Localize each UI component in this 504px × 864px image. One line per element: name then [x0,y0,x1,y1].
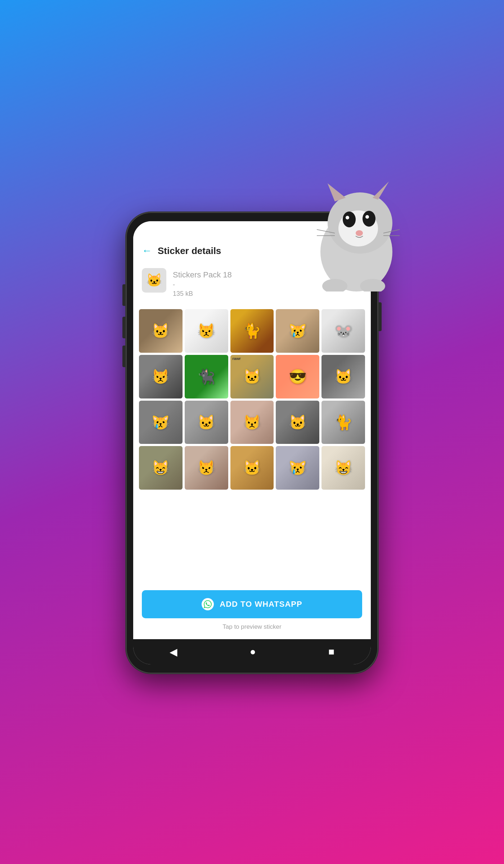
status-bar: ▲ 📶 🔋 [133,221,371,234]
pack-details: Stickers Pack 18 - 135 kB [173,268,232,298]
pack-name: Stickers Pack 18 [173,270,232,280]
sticker-cell[interactable]: 😿 [276,309,319,353]
sticker-cell[interactable]: 🐈 [321,401,365,444]
sticker-cell[interactable]: 🐱 [276,401,319,444]
nav-back-button[interactable]: ◀ [170,646,177,658]
phone-wrapper: ▲ 📶 🔋 ← Sticker details 🐱 Stickers Pack … [126,212,378,673]
nav-recents-button[interactable]: ■ [328,646,334,658]
sticker-cell[interactable]: 🐱 [321,355,365,398]
sticker-cell[interactable]: 😾 [185,446,228,490]
sticker-cell[interactable]: 😾 [139,355,183,398]
rawr-label: rawr [233,356,241,361]
phone-screen: ▲ 📶 🔋 ← Sticker details 🐱 Stickers Pack … [133,221,371,664]
sticker-cell[interactable]: 🐈‍⬛ [185,355,228,398]
pack-info: 🐱 Stickers Pack 18 - 135 kB [133,262,371,305]
svg-line-16 [383,230,400,233]
sticker-grid: 🐱 😾 🐈 😿 🐭 😾 [139,309,365,490]
sticker-cell[interactable]: 🐱 [185,401,228,444]
signal-icons: ▲ 📶 🔋 [343,225,362,231]
whatsapp-icon [202,598,214,610]
nav-bar: ◀ ● ■ [133,639,371,664]
svg-marker-3 [328,183,346,201]
screen-content: ▲ 📶 🔋 ← Sticker details 🐱 Stickers Pack … [133,221,371,664]
top-bar: ← Sticker details [133,234,371,262]
svg-marker-5 [373,182,389,200]
sticker-cell[interactable]: 😿 [139,401,183,444]
sticker-cell[interactable]: 😾 [185,309,228,353]
bottom-section: ADD TO WHATSAPP Tap to preview sticker [133,583,371,639]
sticker-grid-container: 🐱 😾 🐈 😿 🐭 😾 [133,305,371,583]
pack-icon: 🐱 [142,268,166,293]
pack-dash: - [173,281,232,289]
add-to-whatsapp-button[interactable]: ADD TO WHATSAPP [142,590,362,618]
sticker-cell[interactable]: 🐱 [139,309,183,353]
sticker-cell[interactable]: 😸 [321,446,365,490]
sticker-cell[interactable]: 😾 [230,401,274,444]
back-button[interactable]: ← [142,245,152,257]
pack-icon-emoji: 🐱 [146,273,162,288]
sticker-cell[interactable]: 😸 [139,446,183,490]
preview-hint: Tap to preview sticker [142,623,362,631]
sticker-cell[interactable]: 😿 [276,446,319,490]
sticker-cell[interactable]: 🐱 [230,446,274,490]
sticker-cell[interactable]: 🐭 [321,309,365,353]
svg-marker-4 [373,182,389,200]
svg-marker-2 [328,183,346,201]
add-button-label: ADD TO WHATSAPP [220,600,302,609]
sticker-cell[interactable]: 🐈 [230,309,274,353]
sticker-cell[interactable]: 😎 [276,355,319,398]
sticker-cell[interactable]: rawr 🐱 [230,355,274,398]
page-title: Sticker details [158,245,221,257]
pack-size: 135 kB [173,290,232,298]
nav-home-button[interactable]: ● [250,646,256,658]
